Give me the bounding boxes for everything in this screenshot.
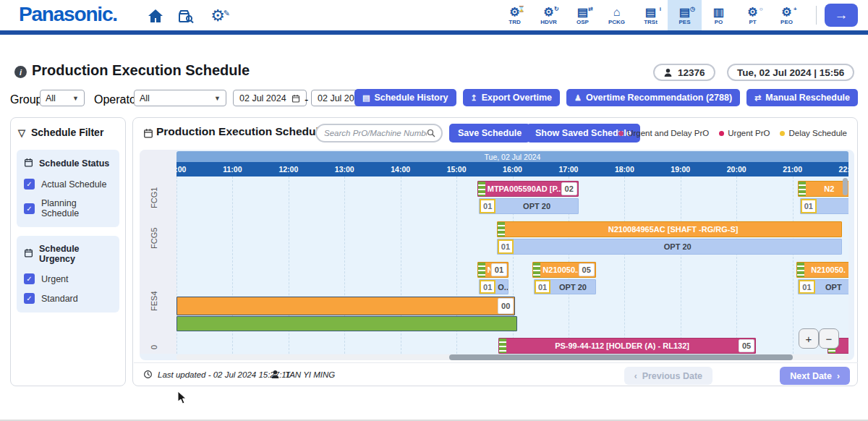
info-icon[interactable]: i [14,66,27,78]
gantt-bar-FES4-actual[interactable]: N210050...05 [532,262,595,278]
checkbox-checked[interactable]: ✓ [24,293,35,304]
panel-title: Production Execution Schedule [156,125,325,138]
gantt-bar-FES4-actual[interactable]: N.01 [477,262,509,278]
date-from-input[interactable]: 02 Jul 2024 [233,90,307,106]
nav-app-trst[interactable]: ▤iTRSt [634,0,668,30]
bar-label: OPT 20 [514,242,841,251]
nav-app-list: ⚙⌛TRD⚙↻HDVR▤⇄OSP⌂PCKG▤iTRSt▤◷PES▥PO⚙○PT⚙… [498,0,804,30]
action-manual-reschedule[interactable]: ⇄Manual Reschedule [746,89,858,106]
horizontal-scrollbar[interactable] [176,354,848,360]
nav-app-pckg[interactable]: ⌂PCKG [600,0,634,30]
logout-button[interactable]: → [825,4,858,27]
nav-app-label: PCKG [608,19,625,25]
trd-icon: ⚙⌛ [509,6,519,18]
search-input[interactable]: Search PrO/Machine Number [315,124,443,143]
nav-app-label: PES [678,19,690,25]
nav-app-hdvr[interactable]: ⚙↻HDVR [532,0,566,30]
mouse-cursor [177,391,187,405]
legend-dot [719,131,724,136]
hour-label: 11:00 [223,165,242,174]
gantt-bar-FES4-actual[interactable]: N210050. [796,262,848,278]
nav-app-label: TRD [509,19,520,25]
next-date-label: Next Date [790,371,832,381]
save-schedule-button[interactable]: Save Schedule [449,124,530,143]
action-label: Export Overtime [482,93,552,103]
operator-select[interactable]: All▼ [134,90,226,106]
nav-app-po[interactable]: ▥PO [702,0,736,30]
gantt-bar-FES4-plan[interactable]: 01O... [479,279,509,294]
bar-end-badge: 01 [491,263,507,276]
filter-group-title: Schedule Urgency [39,244,112,264]
vertical-scrollbar-thumb[interactable] [843,178,848,195]
filter-group-header: Schedule Status [17,153,119,174]
gridline [624,177,625,354]
action-schedule-history[interactable]: ▤Schedule History [354,89,456,106]
bar-label: N210050. [804,265,848,274]
action-overtime-recommendation-2788[interactable]: ♟Overtime Recommendation (2788) [566,89,740,106]
top-nav: Panasonic. ⚙✎ ⚙⌛TRD⚙↻HDVR▤⇄OSP⌂PCKG▤iTRS… [0,0,868,30]
checkbox-checked[interactable]: ✓ [24,273,35,284]
bar-end-badge: 02 [561,182,577,195]
gantt-bar-FES4-actual[interactable] [176,316,517,331]
datetime-badge: Tue, 02 Jul 2024 | 15:56 [727,64,854,81]
nav-app-label: PT [749,19,756,25]
action-export-overtime[interactable]: ↥Export Overtime [463,89,560,106]
horizontal-scrollbar-thumb[interactable] [449,354,793,360]
pencil-icon: ✎ [224,5,230,21]
operator-select-value: All [140,93,150,103]
bar-label: OPT 20 [550,283,595,292]
group-select[interactable]: All▼ [40,90,85,106]
hour-label: 17:00 [558,165,578,174]
hour-label: 16:00 [503,165,522,174]
gantt-bar-FCG1-actual[interactable]: MTPA005590AD [P...02 [477,181,579,197]
checkbox-checked[interactable]: ✓ [24,203,35,214]
reschedule-icon: ⇄ [754,93,761,103]
filter-item: ✓Actual Schedule [17,174,119,194]
hour-label: 18:00 [615,165,634,174]
page-title: Production Execution Schedule [32,62,250,79]
gantt-bar-FES4-actual[interactable]: 00 [176,297,515,315]
zoom-in-button[interactable]: + [799,328,819,349]
previous-date-button[interactable]: ‹Previous Date [624,367,712,385]
hdvr-badge-icon: ↻ [554,3,559,15]
gantt-bar-FES4-plan[interactable]: 01OPT [798,279,848,294]
next-date-button[interactable]: Next Date› [780,367,850,385]
gantt-plot: MTPA005590AD [P...0201OPT 20N201N2100849… [176,177,848,354]
gantt-bar-FCG1-plan[interactable]: 01OPT 20 [479,198,579,214]
nav-app-pes[interactable]: ▤◷PES [668,0,702,30]
checkbox-checked[interactable]: ✓ [24,179,35,190]
panasonic-logo: Panasonic. [19,3,117,26]
chevron-right-icon: › [837,371,840,381]
nav-app-label: PEO [780,19,793,25]
nav-app-pt[interactable]: ⚙○PT [736,0,770,30]
gantt-bar-FCG1-plan[interactable]: 01 [800,198,848,214]
filter-group-header: Schedule Urgency [17,239,119,269]
gantt-bar-FCG5-actual[interactable]: N210084965AC [SHAFT -RG/RG-S] [497,221,843,237]
zoom-out-button[interactable]: − [819,328,839,349]
progress-lead-strip [533,263,540,277]
nav-app-label: TRSt [644,19,658,25]
chevron-left-icon: ‹ [634,371,637,381]
action-label: Schedule History [374,93,448,103]
legend-dot [618,131,624,136]
gantt-bar-FCG5-plan[interactable]: 01OPT 20 [497,239,843,255]
user-id-badge[interactable]: 12376 [653,64,715,81]
gantt-bar-FES4-plan[interactable]: 01OPT 20 [534,279,596,294]
gantt-bar-FCG1-actual[interactable]: N2 [798,181,848,197]
nav-app-trd[interactable]: ⚙⌛TRD [498,0,532,30]
row-label-0: 0 [150,326,166,360]
peo-badge-icon: + [793,3,797,15]
inventory-search-icon[interactable] [176,7,195,25]
settings-edit-icon[interactable]: ⚙✎ [208,7,227,25]
osp-icon: ▤⇄ [577,6,588,18]
nav-accent-strip [0,30,868,35]
sidebar-title-row: ▽ Schedule Filter [11,118,125,144]
gantt-date-band: Tue, 02 Jul 2024 [176,151,848,162]
bar-label: OPT 20 [495,202,578,210]
calendar-status-icon [24,158,33,169]
gantt-bar-0-actual[interactable]: PS-99-44-112 [HOLDER (A) - RL132]05 [498,338,756,354]
home-icon[interactable] [146,7,165,25]
peo-icon: ⚙+ [781,6,791,18]
nav-app-peo[interactable]: ⚙+PEO [770,0,804,30]
nav-app-osp[interactable]: ▤⇄OSP [566,0,600,30]
